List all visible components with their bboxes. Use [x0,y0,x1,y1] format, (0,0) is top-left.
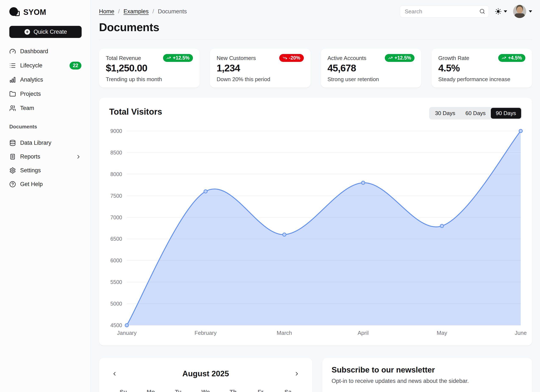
svg-text:May: May [437,330,447,336]
bar-chart-icon [9,76,16,83]
main-nav: Dashboard Lifecycle 22 Analytics Project… [9,44,81,115]
stat-footer: Strong user retention [328,76,415,83]
range-60-days-button[interactable]: 60 Days [460,108,491,119]
svg-text:6500: 6500 [110,236,122,242]
stat-label: Active Accounts [328,54,367,61]
newsletter-description: Opt-in to receive updates and news about… [332,378,523,384]
gauge-icon [9,48,16,55]
stat-footer: Trending up this month [106,76,193,83]
stat-value: 45,678 [328,62,415,74]
sidebar: SYOM Quick Create Dashboard Lifecycle 22… [0,0,90,392]
breadcrumb-current: Documents [158,8,187,15]
header-divider [99,40,532,40]
gear-icon [9,167,16,174]
range-90-days-button[interactable]: 90 Days [491,108,521,119]
visitors-chart-svg: 4500500055006000650070007500800085009000… [107,128,527,337]
documents-nav: Data Library Reports Settings Get Help [9,136,81,191]
sidebar-item-get-help[interactable]: Get Help [9,177,81,191]
list-icon [9,62,16,69]
stat-card-active-accounts: Active Accounts +12.5% 45,678 Strong use… [321,49,421,88]
chevron-down-icon [504,10,507,13]
svg-text:February: February [195,330,217,336]
stat-label: New Customers [217,54,256,61]
svg-text:9000: 9000 [110,128,122,134]
newsletter-title: Subscribe to our newsletter [332,366,523,374]
svg-text:April: April [358,330,369,336]
status-badge: +12.5% [385,54,415,62]
trending-up-icon [502,56,506,60]
chevron-right-icon [75,154,81,160]
breadcrumb-home-link[interactable]: Home [99,8,114,15]
sidebar-item-lifecycle[interactable]: Lifecycle 22 [9,59,81,73]
users-icon [9,105,16,111]
status-badge: +12.5% [163,54,193,62]
stat-value: 4.5% [438,62,525,74]
calendar-month-title: August 2025 [182,369,229,378]
theme-toggle-button[interactable] [494,7,508,16]
stat-value: $1,250.00 [106,62,193,74]
sidebar-item-data-library[interactable]: Data Library [9,136,81,150]
trending-up-icon [388,56,393,60]
chart-title: Total Visitors [109,107,162,117]
calendar-card: August 2025 SuMo TuWe ThFr Sa 27 28 29 3… [99,358,312,392]
svg-text:7500: 7500 [110,193,122,199]
svg-text:8500: 8500 [110,150,122,155]
top-bar-actions [400,5,532,18]
main-content: Home / Examples / Documents Documents [91,0,540,392]
stat-label: Total Revenue [106,54,141,61]
stat-card-total-revenue: Total Revenue +12.5% $1,250.00 Trending … [99,49,200,88]
sidebar-item-team[interactable]: Team [9,101,81,115]
status-badge: -20% [279,54,304,62]
stat-footer: Down 20% this period [217,76,304,83]
sidebar-item-settings[interactable]: Settings [9,164,81,177]
newsletter-card: Subscribe to our newsletter Opt-in to re… [322,358,532,392]
svg-text:January: January [117,330,137,336]
breadcrumb-examples-link[interactable]: Examples [124,8,149,15]
calendar-next-button[interactable] [292,369,302,379]
svg-text:8000: 8000 [110,171,122,177]
page-title: Documents [99,21,532,34]
svg-text:March: March [277,330,292,336]
bottom-row: August 2025 SuMo TuWe ThFr Sa 27 28 29 3… [99,358,532,392]
total-visitors-card: Total Visitors 30 Days 60 Days 90 Days 4… [99,98,532,346]
chevron-right-icon [294,371,300,377]
stat-label: Growth Rate [438,54,469,61]
search-icon [479,9,485,14]
trending-down-icon [283,56,287,60]
lifecycle-count-badge: 22 [70,62,81,70]
range-toggle-group: 30 Days 60 Days 90 Days [429,107,522,119]
chevron-left-icon [111,371,117,377]
brand-logo-icon [9,7,20,17]
sidebar-item-projects[interactable]: Projects [9,87,81,101]
brand-logo[interactable]: SYOM [9,7,81,17]
quick-create-button[interactable]: Quick Create [9,26,82,38]
brand-name: SYOM [23,8,46,17]
svg-text:7000: 7000 [110,214,122,220]
stat-value: 1,234 [217,62,304,74]
status-badge: +4.5% [498,54,525,62]
svg-text:June: June [515,330,527,336]
search-input[interactable] [400,5,489,18]
search-field-wrap [400,5,489,18]
sidebar-section-documents: Documents [9,124,81,130]
sidebar-item-reports[interactable]: Reports [9,150,81,164]
plus-circle-icon [24,29,30,35]
help-circle-icon [9,181,16,188]
visitors-chart: 4500500055006000650070007500800085009000… [105,128,526,338]
folder-icon [9,91,16,97]
svg-text:5000: 5000 [110,301,122,307]
stats-row: Total Revenue +12.5% $1,250.00 Trending … [99,49,532,88]
calendar-prev-button[interactable] [110,369,119,379]
svg-text:4500: 4500 [110,322,122,328]
range-30-days-button[interactable]: 30 Days [430,108,460,119]
breadcrumb: Home / Examples / Documents [99,8,187,15]
avatar [513,5,526,18]
chevron-down-icon [529,10,532,13]
sun-icon [495,8,502,15]
sidebar-item-dashboard[interactable]: Dashboard [9,44,81,59]
sidebar-item-analytics[interactable]: Analytics [9,73,81,87]
user-menu[interactable] [513,5,532,18]
svg-text:5500: 5500 [110,279,122,285]
calendar-weekday-row: SuMo TuWe ThFr Sa [110,389,302,392]
database-icon [9,140,16,146]
